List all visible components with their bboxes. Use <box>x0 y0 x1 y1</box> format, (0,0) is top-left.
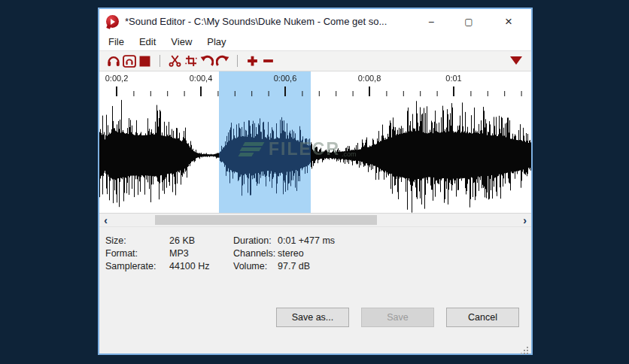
toolbar-separator <box>160 55 160 67</box>
size-label: Size: <box>105 235 126 246</box>
crop-icon[interactable] <box>183 53 199 69</box>
window-title: *Sound Editor - C:\My Sounds\Duke Nukem … <box>125 16 387 27</box>
menu-edit[interactable]: Edit <box>132 34 163 50</box>
page-background: { "window": { "title": "*Sound Editor - … <box>0 0 629 364</box>
close-button[interactable]: × <box>494 9 523 34</box>
redo-icon[interactable] <box>214 53 230 69</box>
size-value: 26 KB <box>169 235 195 246</box>
horizontal-scrollbar[interactable]: ‹ › <box>99 214 531 226</box>
format-label: Format: <box>105 248 138 259</box>
samplerate-label: Samplerate: <box>105 261 156 271</box>
save-button[interactable]: Save <box>361 308 434 327</box>
play-selection-icon[interactable] <box>121 53 137 69</box>
volume-label: Volume: <box>233 261 267 271</box>
channels-value: stereo <box>278 248 304 259</box>
record-menu-triangle-icon[interactable] <box>510 56 522 65</box>
info-panel: Size: 26 KB Format: MP3 Samplerate: 4410… <box>99 226 531 353</box>
stop-icon[interactable] <box>137 53 153 69</box>
toolbar-separator <box>237 55 238 67</box>
maximize-button[interactable]: ▢ <box>454 9 483 34</box>
scrollbar-thumb[interactable] <box>155 215 377 225</box>
scroll-left-arrow[interactable]: ‹ <box>99 214 112 226</box>
filecr-logo-icon <box>239 141 263 158</box>
channels-label: Channels: <box>233 248 275 259</box>
watermark-suffix: .com <box>342 150 357 158</box>
menu-play[interactable]: Play <box>199 34 233 50</box>
duration-label: Duration: <box>233 235 272 246</box>
filecr-watermark: FILECR .com <box>239 139 357 159</box>
menu-bar: File Edit View Play <box>99 34 531 51</box>
scroll-right-arrow[interactable]: › <box>518 214 531 226</box>
duration-value: 0:01 +477 ms <box>278 235 335 246</box>
menu-file[interactable]: File <box>101 34 132 50</box>
zoom-in-icon[interactable] <box>245 53 260 69</box>
menu-view[interactable]: View <box>163 34 199 50</box>
toolbar <box>99 51 531 71</box>
sound-editor-window: *Sound Editor - C:\My Sounds\Duke Nukem … <box>98 8 533 355</box>
app-icon <box>106 15 119 28</box>
volume-value: 97.7 dB <box>278 261 310 271</box>
cancel-button[interactable]: Cancel <box>446 308 519 327</box>
cut-icon[interactable] <box>167 53 183 69</box>
timeline-ruler <box>99 71 531 97</box>
play-headphones-icon[interactable] <box>105 53 121 69</box>
zoom-out-icon[interactable] <box>260 53 276 69</box>
minimize-button[interactable]: − <box>417 9 445 34</box>
ruler-canvas <box>99 71 531 97</box>
watermark-text: FILECR <box>269 139 340 159</box>
title-bar: *Sound Editor - C:\My Sounds\Duke Nukem … <box>99 9 531 34</box>
resize-grip[interactable] <box>527 350 528 351</box>
samplerate-value: 44100 Hz <box>169 261 210 271</box>
waveform-area[interactable]: FILECR .com <box>99 97 531 214</box>
undo-icon[interactable] <box>199 53 214 69</box>
save-as-button[interactable]: Save as... <box>276 308 349 327</box>
format-value: MP3 <box>169 248 189 259</box>
